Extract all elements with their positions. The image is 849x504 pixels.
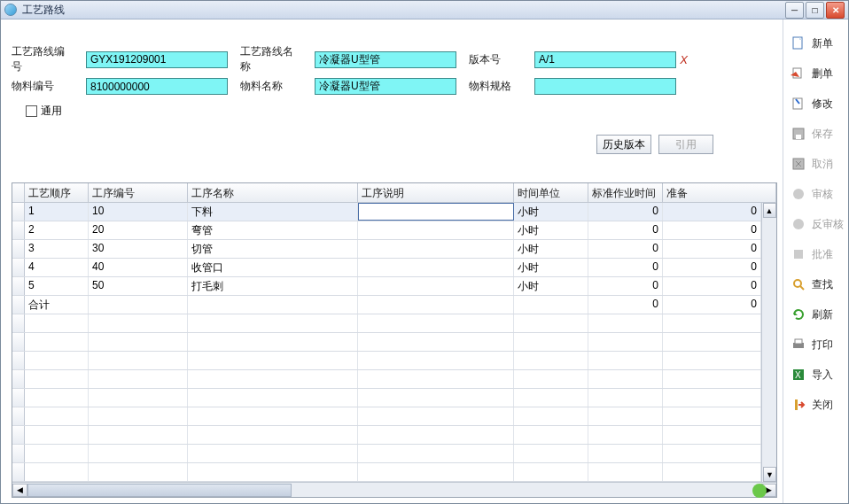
cell[interactable]: 3: [25, 240, 89, 258]
cell[interactable]: 0: [588, 203, 663, 221]
cell[interactable]: [588, 407, 663, 425]
cell[interactable]: 收管口: [188, 259, 358, 276]
table-row[interactable]: [12, 333, 761, 352]
table-row[interactable]: 合计00: [12, 296, 761, 314]
cell[interactable]: [188, 314, 358, 332]
sidebar-approve-button[interactable]: 审核: [783, 179, 848, 209]
scroll-down-icon[interactable]: ▼: [763, 467, 776, 482]
cell[interactable]: [663, 314, 761, 332]
cell[interactable]: 0: [663, 203, 761, 221]
table-row[interactable]: [12, 426, 761, 445]
cell[interactable]: [25, 445, 89, 462]
material-name-input[interactable]: 冷凝器U型管: [315, 78, 456, 95]
material-no-input[interactable]: 8100000000: [86, 78, 228, 95]
cell[interactable]: [358, 277, 514, 295]
cell[interactable]: 40: [89, 259, 188, 276]
sidebar-close-button[interactable]: 关闭: [783, 390, 848, 420]
cell[interactable]: [514, 426, 588, 444]
cell[interactable]: [89, 370, 188, 388]
cell[interactable]: [358, 221, 514, 239]
cell[interactable]: [514, 445, 588, 462]
cell[interactable]: [25, 370, 89, 388]
cell[interactable]: 0: [663, 240, 761, 258]
col-desc[interactable]: 工序说明: [358, 183, 514, 202]
titlebar[interactable]: 工艺路线 ─ □ ✕: [1, 1, 848, 19]
cell[interactable]: [358, 463, 514, 481]
sidebar-cancel-button[interactable]: 取消: [783, 149, 848, 179]
cell[interactable]: 小时: [514, 259, 588, 276]
cell[interactable]: 0: [663, 221, 761, 239]
cell[interactable]: [89, 463, 188, 481]
cell[interactable]: 30: [89, 240, 188, 258]
cell[interactable]: [588, 333, 663, 351]
table-row[interactable]: [12, 389, 761, 407]
sidebar-delete-button[interactable]: 删单: [783, 58, 848, 89]
scroll-up-icon[interactable]: ▲: [763, 203, 776, 218]
cell[interactable]: [89, 352, 188, 369]
cell[interactable]: 0: [588, 240, 663, 258]
cell[interactable]: 下料: [188, 203, 358, 221]
cell[interactable]: [358, 333, 514, 351]
sidebar-print-button[interactable]: 打印: [783, 330, 848, 360]
cell[interactable]: [514, 463, 588, 481]
cell[interactable]: [358, 314, 514, 332]
cell[interactable]: [25, 389, 89, 407]
col-std[interactable]: 标准作业时间: [588, 183, 663, 202]
cell[interactable]: [25, 333, 89, 351]
table-row[interactable]: [12, 370, 761, 389]
cell[interactable]: [358, 240, 514, 258]
maximize-button[interactable]: □: [806, 2, 824, 19]
version-input[interactable]: A/1X: [534, 51, 676, 68]
grid-body[interactable]: 110下料小时00220弯管小时00330切管小时00440收管口小时00550…: [12, 203, 761, 482]
cell[interactable]: [588, 370, 663, 388]
cell[interactable]: [358, 426, 514, 444]
cell[interactable]: [188, 333, 358, 351]
cell[interactable]: 2: [25, 221, 89, 239]
cell[interactable]: [89, 389, 188, 407]
cell[interactable]: [358, 370, 514, 388]
horizontal-scrollbar[interactable]: ◀ ▶: [12, 482, 776, 497]
sidebar-new-button[interactable]: 新单: [783, 28, 848, 58]
table-row[interactable]: 330切管小时00: [12, 240, 761, 259]
cell[interactable]: [188, 389, 358, 407]
cell[interactable]: [663, 352, 761, 369]
cell[interactable]: 0: [588, 259, 663, 276]
cell[interactable]: 弯管: [188, 221, 358, 239]
route-name-input[interactable]: 冷凝器U型管: [315, 51, 456, 68]
cell[interactable]: [663, 426, 761, 444]
cell[interactable]: [89, 296, 188, 314]
table-row[interactable]: [12, 445, 761, 463]
cell[interactable]: 5: [25, 277, 89, 295]
cell[interactable]: [588, 445, 663, 462]
col-seq[interactable]: 工艺顺序: [25, 183, 89, 202]
cell[interactable]: 4: [25, 259, 89, 276]
cell[interactable]: [358, 389, 514, 407]
cell[interactable]: [89, 314, 188, 332]
sidebar-save-button[interactable]: 保存: [783, 119, 848, 149]
cell[interactable]: 小时: [514, 240, 588, 258]
cell[interactable]: 0: [663, 259, 761, 276]
cell[interactable]: [358, 407, 514, 425]
cell[interactable]: [25, 463, 89, 481]
cell[interactable]: 0: [663, 296, 761, 314]
table-row[interactable]: [12, 314, 761, 333]
route-no-input[interactable]: GYX191209001: [86, 51, 228, 68]
cell[interactable]: [188, 407, 358, 425]
cell[interactable]: 小时: [514, 221, 588, 239]
cell[interactable]: [188, 445, 358, 462]
cell[interactable]: 50: [89, 277, 188, 295]
sidebar-unapprove-button[interactable]: 反审核: [783, 209, 848, 239]
cell[interactable]: [188, 463, 358, 481]
cell[interactable]: [588, 389, 663, 407]
table-row[interactable]: [12, 407, 761, 426]
cell[interactable]: 1: [25, 203, 89, 221]
material-spec-input[interactable]: [534, 78, 676, 95]
sidebar-import-button[interactable]: X导入: [783, 360, 848, 390]
cell[interactable]: 切管: [188, 240, 358, 258]
scroll-thumb[interactable]: [27, 484, 292, 497]
cell[interactable]: [663, 370, 761, 388]
cell[interactable]: 打毛刺: [188, 277, 358, 295]
cell[interactable]: [188, 426, 358, 444]
cell[interactable]: [663, 333, 761, 351]
cell[interactable]: [663, 407, 761, 425]
